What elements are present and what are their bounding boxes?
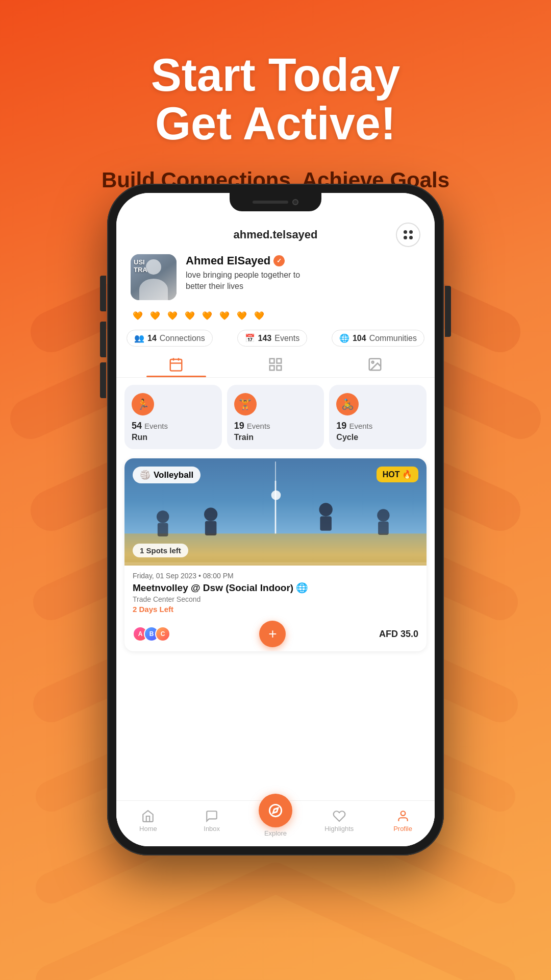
event-datetime: Friday, 01 Sep 2023 • 08:00 PM (133, 572, 418, 580)
hero-section: Start Today Get Active! Build Connection… (0, 0, 551, 208)
event-details: Friday, 01 Sep 2023 • 08:00 PM Meetnvoll… (124, 566, 427, 619)
activity-grid: 🏃 54 Events Run 🏋️ 19 Events Train (116, 381, 435, 453)
run-label: Run (132, 433, 215, 442)
nav-explore[interactable]: Explore (258, 805, 293, 837)
username-display: ahmed.telsayed (155, 228, 396, 241)
profile-tabs (116, 352, 435, 378)
svg-point-21 (271, 491, 281, 500)
svg-point-19 (377, 509, 389, 521)
event-location: Trade Center Second (133, 595, 418, 603)
svg-rect-20 (378, 522, 389, 535)
activity-card-cycle[interactable]: 🚴 19 Events Cycle (329, 385, 427, 449)
svg-rect-6 (277, 366, 282, 371)
cycle-icon-circle: 🚴 (336, 393, 359, 415)
display-name: Ahmed ElSayed (186, 254, 270, 267)
events-label: Events (274, 334, 299, 343)
phone-mockup: ahmed.telsayed USITRA (107, 184, 444, 855)
event-footer: A B C + AFD 35.0 (124, 619, 427, 651)
sport-tag-label: Volleyball (154, 470, 193, 480)
stat-communities[interactable]: 🌐 104 Communities (332, 330, 424, 347)
hero-title: Start Today Get Active! (0, 51, 551, 148)
event-countdown: 2 Days Left (133, 605, 418, 614)
follower-dot-6: 🧡 (217, 308, 232, 323)
notch-camera (292, 199, 298, 205)
add-event-fab[interactable]: + (259, 621, 286, 647)
train-icon-circle: 🏋️ (234, 393, 257, 415)
nav-highlights-label: Highlights (324, 825, 354, 832)
tab-gallery[interactable] (325, 352, 424, 377)
follower-dot-2: 🧡 (148, 308, 162, 323)
stat-connections[interactable]: 👥 14 Connections (127, 330, 213, 347)
phone-screen: ahmed.telsayed USITRA (116, 193, 435, 846)
run-icon-circle: 🏃 (132, 393, 154, 415)
attendee-avatars: A B C (133, 626, 166, 642)
svg-rect-14 (205, 521, 217, 535)
follower-dot-4: 🧡 (183, 308, 197, 323)
svg-rect-0 (170, 359, 182, 371)
nav-explore-label: Explore (264, 829, 287, 837)
svg-marker-23 (273, 808, 278, 813)
connections-label: Connections (160, 334, 205, 343)
profile-info: USITRA Ahmed ElSayed ✓ love bringing peo… (116, 250, 435, 305)
profile-text-section: Ahmed ElSayed ✓ love bringing people tog… (186, 254, 420, 292)
notch-speaker (253, 201, 288, 204)
follower-dot-1: 🧡 (131, 308, 145, 323)
bio-line2: better their lives (186, 282, 243, 290)
verified-badge-icon: ✓ (273, 255, 285, 266)
svg-rect-18 (158, 523, 168, 536)
svg-rect-16 (320, 516, 332, 530)
connections-icon: 👥 (134, 333, 144, 343)
nav-profile[interactable]: Profile (385, 810, 421, 832)
hot-label-text: HOT 🔥 (383, 470, 412, 479)
event-price: AFD 35.0 (379, 629, 418, 640)
svg-rect-4 (270, 359, 274, 363)
profile-name: Ahmed ElSayed ✓ (186, 254, 420, 267)
phone-outer: ahmed.telsayed USITRA (107, 184, 444, 855)
hot-badge: HOT 🔥 (377, 467, 418, 482)
event-card[interactable]: 🏐 Volleyball HOT 🔥 1 Spots left Friday, … (124, 458, 427, 651)
communities-icon: 🌐 (339, 333, 349, 343)
svg-point-24 (400, 811, 405, 816)
bottom-navigation: Home Inbox (116, 800, 435, 846)
explore-button[interactable] (259, 794, 292, 827)
bio-line1: love bringing people together to (186, 271, 300, 279)
dots-grid-icon (404, 230, 413, 239)
events-count: 143 (258, 334, 272, 343)
tab-calendar[interactable] (127, 352, 226, 377)
follower-dot-7: 🧡 (235, 308, 249, 323)
tab-grid[interactable] (226, 352, 325, 377)
avatar[interactable]: USITRA (131, 254, 177, 300)
svg-point-15 (319, 503, 333, 516)
activity-card-run[interactable]: 🏃 54 Events Run (124, 385, 222, 449)
avatar-image: USITRA (131, 254, 177, 300)
follower-dot-8: 🧡 (252, 308, 266, 323)
sport-tag: 🏐 Volleyball (133, 467, 201, 483)
avatar-label-text: USITRA (134, 258, 147, 274)
train-count: 19 Events (234, 421, 317, 431)
stats-row: 👥 14 Connections 📅 143 Events 🌐 104 Comm… (116, 327, 435, 352)
svg-point-22 (269, 804, 281, 816)
svg-rect-5 (277, 359, 282, 363)
nav-inbox-label: Inbox (204, 825, 220, 832)
cycle-label: Cycle (336, 433, 419, 442)
follower-dot-3: 🧡 (165, 308, 180, 323)
nav-highlights[interactable]: Highlights (321, 810, 357, 832)
nav-inbox[interactable]: Inbox (194, 810, 230, 832)
nav-home[interactable]: Home (130, 810, 166, 832)
svg-point-17 (157, 510, 169, 523)
stat-events[interactable]: 📅 143 Events (237, 330, 308, 347)
svg-point-13 (204, 508, 217, 521)
hero-title-line2: Get Active! (0, 100, 551, 148)
menu-button[interactable] (396, 223, 420, 247)
train-label: Train (234, 433, 317, 442)
event-image: 🏐 Volleyball HOT 🔥 1 Spots left (124, 458, 427, 566)
follower-dots: 🧡 🧡 🧡 🧡 🧡 🧡 🧡 🧡 (116, 305, 435, 327)
hero-title-line1: Start Today (0, 51, 551, 100)
nav-home-label: Home (139, 825, 157, 832)
activity-card-train[interactable]: 🏋️ 19 Events Train (227, 385, 324, 449)
profile-bio: love bringing people together to better … (186, 270, 420, 292)
app-content: ahmed.telsayed USITRA (116, 193, 435, 846)
communities-count: 104 (353, 334, 366, 343)
svg-point-9 (371, 361, 373, 363)
cycle-count: 19 Events (336, 421, 419, 431)
